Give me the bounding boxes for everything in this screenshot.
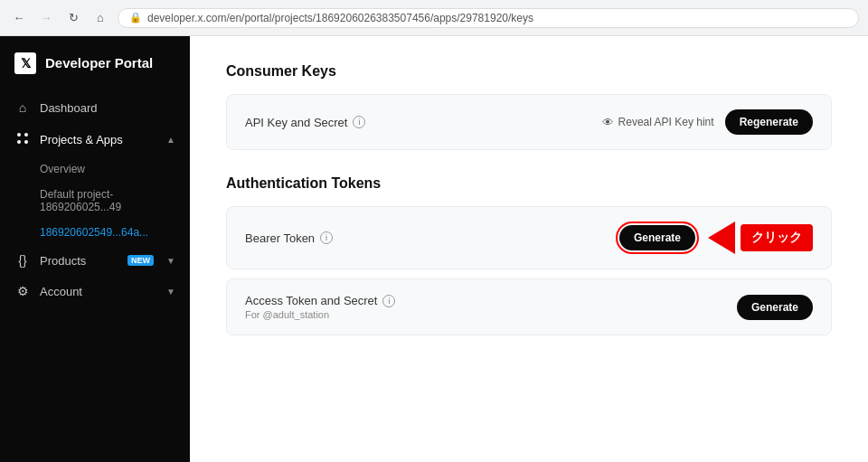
access-token-sub: For @adult_station xyxy=(245,309,737,320)
sidebar-item-projects[interactable]: Projects & Apps ▲ xyxy=(0,123,190,156)
consumer-keys-title: Consumer Keys xyxy=(226,63,832,80)
browser-chrome: ← → ↻ ⌂ 🔒 developer.x.com/en/portal/proj… xyxy=(0,0,868,36)
forward-button[interactable]: → xyxy=(36,8,56,28)
bearer-token-label: Bearer Token i xyxy=(245,231,619,245)
projects-sub-nav: Overview Default project-1869206025...49… xyxy=(0,156,190,245)
svg-point-2 xyxy=(17,140,21,144)
sidebar: 𝕏 Developer Portal ⌂ Dashboard Projects … xyxy=(0,36,190,462)
sidebar-logo: 𝕏 Developer Portal xyxy=(0,36,190,85)
bearer-generate-annotation: Generate クリック xyxy=(619,222,813,254)
url-text: developer.x.com/en/portal/projects/18692… xyxy=(147,12,533,24)
account-label: Account xyxy=(40,285,157,298)
access-token-label-wrapper: Access Token and Secret i For @adult_sta… xyxy=(245,294,737,320)
home-button[interactable]: ⌂ xyxy=(90,8,110,28)
sidebar-item-dashboard[interactable]: ⌂ Dashboard xyxy=(0,92,190,123)
account-chevron-icon: ▼ xyxy=(166,287,175,297)
account-icon: ⚙ xyxy=(14,284,31,298)
bearer-generate-button[interactable]: Generate xyxy=(619,225,695,250)
bearer-info-icon[interactable]: i xyxy=(320,231,333,244)
projects-icon xyxy=(14,131,31,148)
sidebar-item-account[interactable]: ⚙ Account ▼ xyxy=(0,276,190,306)
bearer-actions: Generate クリック xyxy=(619,222,813,254)
main-content: Consumer Keys API Key and Secret i 👁 Rev… xyxy=(190,36,868,462)
access-token-card: Access Token and Secret i For @adult_sta… xyxy=(226,278,832,335)
access-token-label: Access Token and Secret i xyxy=(245,294,737,307)
reveal-api-key-link[interactable]: 👁 Reveal API Key hint xyxy=(602,116,714,129)
dashboard-icon: ⌂ xyxy=(14,100,31,115)
svg-point-1 xyxy=(24,133,28,137)
access-token-generate-button[interactable]: Generate xyxy=(737,295,813,320)
dashboard-label: Dashboard xyxy=(40,101,175,115)
products-icon: {} xyxy=(14,253,31,268)
auth-tokens-section: Authentication Tokens Bearer Token i Gen… xyxy=(226,175,832,335)
reload-button[interactable]: ↻ xyxy=(63,8,83,28)
sidebar-navigation: ⌂ Dashboard Projects & Apps ▲ Overview D… xyxy=(0,85,190,462)
sub-nav-overview[interactable]: Overview xyxy=(0,156,190,182)
products-label: Products xyxy=(40,254,115,268)
api-key-label: API Key and Secret i xyxy=(245,116,602,129)
auth-tokens-title: Authentication Tokens xyxy=(226,175,832,192)
lock-icon: 🔒 xyxy=(129,12,142,24)
app-container: 𝕏 Developer Portal ⌂ Dashboard Projects … xyxy=(0,36,868,462)
projects-label: Projects & Apps xyxy=(40,133,157,146)
api-key-card: API Key and Secret i 👁 Reveal API Key hi… xyxy=(226,94,832,150)
sidebar-item-products[interactable]: {} Products NEW ▼ xyxy=(0,245,190,276)
svg-point-0 xyxy=(17,133,21,137)
api-key-info-icon[interactable]: i xyxy=(353,116,365,128)
products-chevron-icon: ▼ xyxy=(166,256,175,266)
sidebar-title: Developer Portal xyxy=(45,55,153,71)
back-button[interactable]: ← xyxy=(9,8,29,28)
red-arrow-icon xyxy=(708,222,735,254)
sub-nav-app-id[interactable]: 186920602549...64a... xyxy=(0,220,190,245)
arrow-annotation: クリック xyxy=(708,222,813,254)
projects-chevron-icon: ▲ xyxy=(166,135,175,145)
access-token-info-icon[interactable]: i xyxy=(382,295,395,307)
x-logo-icon: 𝕏 xyxy=(14,52,36,74)
svg-point-3 xyxy=(24,140,28,144)
sub-nav-default-project[interactable]: Default project-1869206025...49 xyxy=(0,182,190,220)
eye-icon: 👁 xyxy=(602,116,614,129)
annotation-text: クリック xyxy=(741,224,813,251)
api-key-actions: 👁 Reveal API Key hint Regenerate xyxy=(602,109,813,135)
bearer-token-card: Bearer Token i Generate クリック xyxy=(226,206,832,269)
address-bar[interactable]: 🔒 developer.x.com/en/portal/projects/186… xyxy=(118,8,859,28)
new-badge: NEW xyxy=(127,255,154,266)
access-token-actions: Generate xyxy=(737,295,813,320)
regenerate-button[interactable]: Regenerate xyxy=(725,109,813,135)
